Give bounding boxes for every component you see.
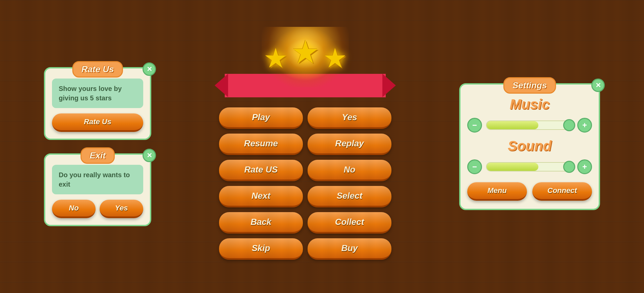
exit-panel: Exit ✕ Do you really wants to exit No Ye…: [44, 153, 151, 226]
sound-slider-fill: [487, 163, 538, 171]
exit-close-button[interactable]: ✕: [143, 149, 156, 162]
sound-slider-thumb[interactable]: [563, 161, 575, 173]
music-slider-thumb[interactable]: [563, 119, 575, 131]
skip-button[interactable]: Skip: [219, 238, 303, 260]
music-slider-track[interactable]: [486, 120, 573, 130]
rate-us-close-icon: ✕: [147, 66, 152, 72]
exit-panel-title: Exit: [80, 147, 115, 164]
rate-us-close-button[interactable]: ✕: [143, 62, 156, 76]
exit-yes-button[interactable]: Yes: [100, 200, 143, 218]
star-2: ★: [291, 34, 320, 70]
back-button[interactable]: Back: [219, 212, 303, 234]
sound-slider-track[interactable]: [486, 162, 573, 172]
rate-us-grid-button[interactable]: Rate US: [219, 160, 303, 181]
settings-buttons-row: Menu Connect: [467, 182, 592, 201]
rate-us-panel-title: Rate Us: [72, 61, 123, 78]
center-section: ★ ★ ★ Play Yes Resume Replay Rate US No …: [219, 34, 391, 260]
rate-us-button[interactable]: Rate Us: [52, 113, 143, 132]
buttons-grid: Play Yes Resume Replay Rate US No Next S…: [219, 107, 391, 260]
left-panels: Rate Us ✕ Show yours love by giving us 5…: [44, 67, 151, 226]
settings-panel: Settings ✕ Music − + Sound −: [459, 83, 600, 210]
star-3: ★: [323, 43, 347, 74]
resume-button[interactable]: Resume: [219, 134, 303, 155]
settings-title-text: Settings: [513, 80, 547, 90]
collect-button[interactable]: Collect: [308, 212, 391, 234]
sound-slider-row: − +: [467, 159, 592, 174]
no-button[interactable]: No: [308, 160, 391, 181]
star-1: ★: [264, 43, 288, 74]
exit-button-row: No Yes: [52, 200, 143, 218]
sound-plus-button[interactable]: +: [577, 159, 592, 174]
exit-body-text: Do you really wants to exit: [52, 165, 143, 194]
menu-button[interactable]: Menu: [467, 182, 527, 201]
rate-us-body-text: Show yours love by giving us 5 stars: [52, 79, 143, 108]
music-minus-icon: −: [472, 120, 477, 130]
music-plus-icon: +: [582, 120, 587, 130]
buy-button[interactable]: Buy: [308, 238, 391, 260]
select-button[interactable]: Select: [308, 186, 391, 207]
connect-button[interactable]: Connect: [532, 182, 592, 201]
music-label: Music: [467, 96, 592, 112]
music-slider-row: − +: [467, 118, 592, 133]
exit-title-text: Exit: [90, 150, 106, 160]
sound-label: Sound: [467, 138, 592, 154]
sound-minus-button[interactable]: −: [467, 159, 482, 174]
exit-no-button[interactable]: No: [52, 200, 96, 218]
next-button[interactable]: Next: [219, 186, 303, 207]
music-minus-button[interactable]: −: [467, 118, 482, 133]
replay-button[interactable]: Replay: [308, 134, 391, 155]
settings-inner: Music − + Sound − +: [467, 96, 592, 201]
music-slider-fill: [487, 121, 538, 129]
settings-close-icon: ✕: [595, 82, 601, 89]
sound-minus-icon: −: [472, 162, 477, 172]
play-button[interactable]: Play: [219, 107, 303, 129]
rate-us-title-text: Rate Us: [82, 64, 114, 74]
rate-us-panel: Rate Us ✕ Show yours love by giving us 5…: [44, 67, 151, 140]
stars-section: ★ ★ ★: [225, 34, 386, 101]
exit-close-icon: ✕: [147, 152, 152, 159]
yes-button[interactable]: Yes: [308, 107, 391, 129]
settings-close-button[interactable]: ✕: [591, 79, 605, 92]
music-plus-button[interactable]: +: [577, 118, 592, 133]
settings-panel-title: Settings: [503, 77, 556, 94]
stars-container: ★ ★ ★: [264, 34, 347, 74]
sound-plus-icon: +: [582, 162, 587, 172]
